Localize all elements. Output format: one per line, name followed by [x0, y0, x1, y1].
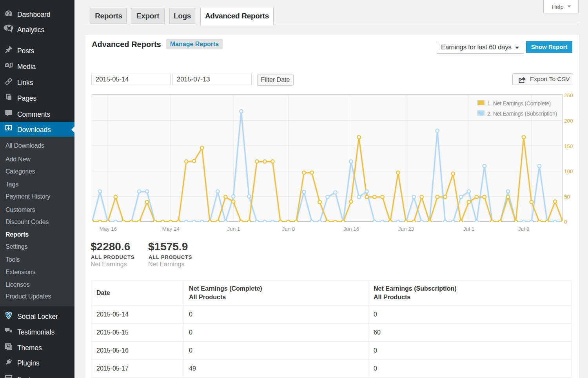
- svg-text:S: S: [7, 313, 10, 317]
